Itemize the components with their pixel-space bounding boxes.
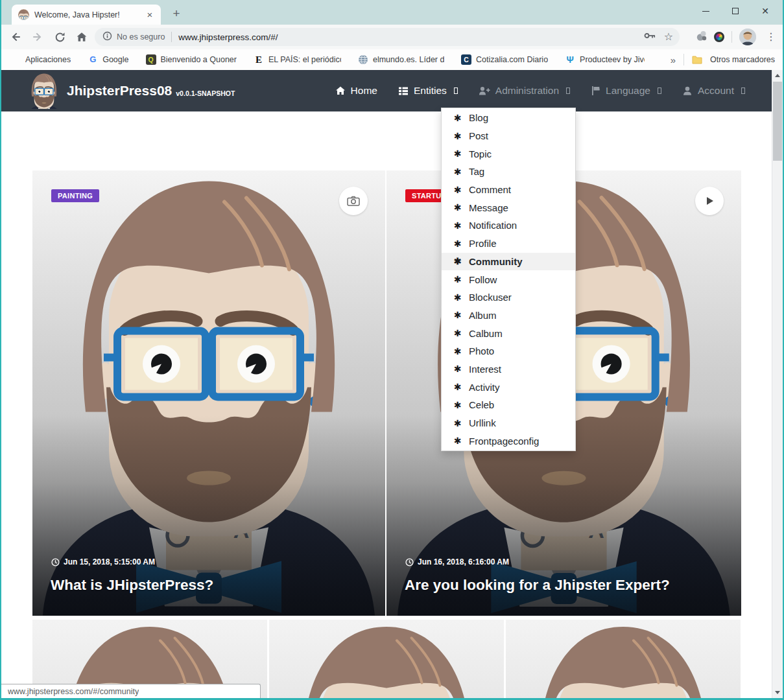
post-card-small[interactable] xyxy=(269,620,504,700)
brand-logo-icon xyxy=(29,73,59,109)
menu-item-frontpageconfig[interactable]: ✱Frontpageconfig xyxy=(442,432,575,450)
menu-item-celeb[interactable]: ✱Celeb xyxy=(442,396,575,414)
bookmark-cotizalia[interactable]: C Cotizalia.com Diario xyxy=(461,54,548,65)
maximize-icon xyxy=(732,8,739,14)
tab-close-icon[interactable]: × xyxy=(144,9,156,20)
status-url: www.jhipsterpress.com/#/community xyxy=(8,687,139,696)
bookmark-aplicaciones[interactable]: Aplicaciones xyxy=(10,54,71,65)
caret-icon xyxy=(566,88,570,94)
page-scrollbar[interactable] xyxy=(772,70,783,698)
back-button[interactable] xyxy=(8,29,23,45)
menu-item-interest[interactable]: ✱Interest xyxy=(442,360,575,379)
extension-spheres-icon[interactable] xyxy=(696,30,707,44)
maximize-button[interactable] xyxy=(720,0,750,22)
menu-item-album[interactable]: ✱Album xyxy=(442,307,575,325)
browser-tab[interactable]: Welcome, Java Hipster! × xyxy=(12,5,161,25)
security-label[interactable]: No es seguro xyxy=(117,32,165,41)
password-key-icon[interactable] xyxy=(644,31,656,43)
reload-button[interactable] xyxy=(52,29,67,45)
menu-item-label: Follow xyxy=(469,274,497,285)
scroll-down-button[interactable] xyxy=(772,687,783,698)
bookmark-elpais[interactable]: E EL PAÍS: el periódico xyxy=(254,54,341,65)
post-date: Jun 15, 2018, 5:15:00 AM xyxy=(51,557,155,566)
post-card-painting[interactable]: PAINTING Jun 15, 2018, 5:15:00 AM What i… xyxy=(32,170,385,616)
nav-item-language[interactable]: Language xyxy=(591,85,661,97)
nav-item-home[interactable]: Home xyxy=(335,85,377,97)
nav-item-entities[interactable]: Entities xyxy=(398,85,458,97)
nav-item-label: Language xyxy=(606,85,650,97)
extension-colorwheel-icon[interactable] xyxy=(714,32,724,42)
category-badge[interactable]: PAINTING xyxy=(51,189,99,202)
url-text[interactable]: www.jhipsterpress.com/#/ xyxy=(178,32,278,42)
info-icon[interactable] xyxy=(102,31,112,43)
tab-title: Welcome, Java Hipster! xyxy=(34,10,144,19)
address-separator xyxy=(171,32,172,42)
flag-icon xyxy=(591,86,600,96)
post-date: Jun 16, 2018, 6:16:00 AM xyxy=(405,557,509,566)
bookmark-producteev[interactable]: Ψ Producteev by Jive - xyxy=(565,54,645,65)
menu-item-post[interactable]: ✱Post xyxy=(442,127,575,145)
menu-item-label: Urllink xyxy=(469,417,496,428)
bookmark-google[interactable]: G Google xyxy=(88,54,128,65)
menu-item-urllink[interactable]: ✱Urllink xyxy=(442,414,575,432)
home-button[interactable] xyxy=(74,29,89,45)
menu-item-label: Photo xyxy=(469,345,494,356)
play-button[interactable] xyxy=(695,187,724,215)
scroll-up-button[interactable] xyxy=(772,70,783,81)
menu-item-tag[interactable]: ✱Tag xyxy=(442,163,575,181)
bookmark-quoner[interactable]: Q Bienvenido a Quoner xyxy=(146,54,237,65)
close-button[interactable]: ✕ xyxy=(750,0,780,22)
elpais-icon: E xyxy=(254,54,264,65)
browser-menu-icon[interactable]: ⋮ xyxy=(763,32,779,42)
post-card-small[interactable] xyxy=(506,620,741,700)
menu-item-blockuser[interactable]: ✱Blockuser xyxy=(442,288,575,307)
menu-item-photo[interactable]: ✱Photo xyxy=(442,342,575,360)
menu-item-notification[interactable]: ✱Notification xyxy=(442,216,575,235)
quoner-icon: Q xyxy=(146,54,156,65)
scroll-up-icon xyxy=(775,74,780,77)
menu-item-label: Calbum xyxy=(469,328,503,339)
menu-item-label: Album xyxy=(469,310,497,321)
minimize-icon xyxy=(702,11,709,12)
other-bookmarks-label[interactable]: Otros marcadores xyxy=(710,55,775,64)
menu-item-label: Blockuser xyxy=(469,292,512,303)
menu-item-topic[interactable]: ✱Topic xyxy=(442,145,575,163)
app-navbar: JhipsterPress08 v0.0.1-SNAPSHOT Home Ent… xyxy=(0,70,784,111)
menu-item-comment[interactable]: ✱Comment xyxy=(442,181,575,199)
post-date-text: Jun 15, 2018, 5:15:00 AM xyxy=(64,557,155,566)
menu-item-follow[interactable]: ✱Follow xyxy=(442,270,575,288)
caret-icon xyxy=(741,88,745,94)
toolbar-right: ⋮ xyxy=(696,28,779,46)
user-icon xyxy=(682,86,693,96)
post-title[interactable]: What is JHipsterPress? xyxy=(51,577,213,594)
scrollbar-thumb[interactable] xyxy=(773,82,782,161)
bookmark-star-icon[interactable]: ☆ xyxy=(664,32,673,42)
minimize-button[interactable] xyxy=(691,0,720,22)
nav-item-administration[interactable]: Administration xyxy=(479,85,570,97)
menu-item-label: Activity xyxy=(469,382,500,393)
forward-button[interactable] xyxy=(30,29,45,45)
hipster-avatar-illustration xyxy=(269,622,504,700)
menu-item-label: Profile xyxy=(469,238,497,249)
menu-item-blog[interactable]: ✱Blog xyxy=(442,109,575,127)
asterisk-icon: ✱ xyxy=(453,364,462,374)
nav-item-account[interactable]: Account xyxy=(682,85,745,97)
clock-icon xyxy=(405,558,414,566)
profile-avatar[interactable] xyxy=(739,29,756,45)
bookmark-label: Aplicaciones xyxy=(25,55,71,64)
menu-item-calbum[interactable]: ✱Calbum xyxy=(442,324,575,342)
bookmarks-overflow-icon[interactable]: » xyxy=(671,54,676,65)
menu-item-message[interactable]: ✱Message xyxy=(442,198,575,216)
brand[interactable]: JhipsterPress08 v0.0.1-SNAPSHOT xyxy=(29,73,235,109)
post-title[interactable]: Are you looking for a Jhipster Expert? xyxy=(405,577,670,594)
address-bar[interactable]: No es seguro www.jhipsterpress.com/#/ ☆ xyxy=(95,28,680,46)
bookmark-elmundo[interactable]: elmundo.es. Líder de xyxy=(358,54,444,65)
menu-item-activity[interactable]: ✱Activity xyxy=(442,378,575,396)
menu-item-label: Celeb xyxy=(469,399,494,410)
new-tab-button[interactable]: + xyxy=(167,5,185,23)
asterisk-icon: ✱ xyxy=(453,328,462,338)
menu-item-community[interactable]: ✱Community xyxy=(442,253,575,271)
camera-button[interactable] xyxy=(339,187,368,215)
bookmarks-bar: Aplicaciones G Google Q Bienvenido a Quo… xyxy=(0,49,784,70)
menu-item-profile[interactable]: ✱Profile xyxy=(442,235,575,253)
